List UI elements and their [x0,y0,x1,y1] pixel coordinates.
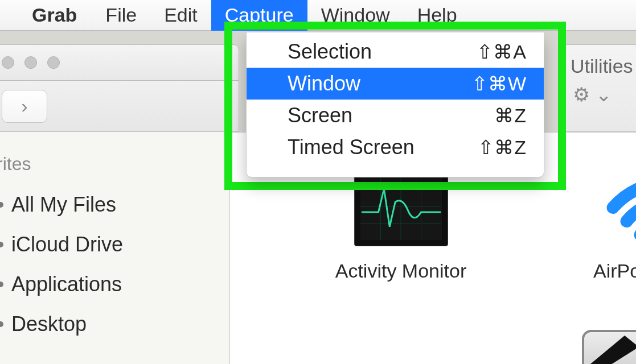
sidebar-item-icloud-drive[interactable]: iCloud Drive [0,225,229,264]
finder-window-title: Utilities [563,45,636,83]
menu-item-timed-screen[interactable]: Timed Screen ⇧⌘Z [247,131,544,163]
menu-item-selection[interactable]: Selection ⇧⌘A [247,36,544,68]
app-item-label: Activity Monitor [310,260,492,282]
chevron-down-icon[interactable]: ⌄ [596,83,612,106]
sidebar-bullet-icon [0,242,3,247]
menu-item-shortcut: ⌘Z [494,104,527,127]
sidebar-item-label: iCloud Drive [11,233,123,257]
menubar-app-name[interactable]: Grab [20,0,92,31]
sidebar-bullet-icon [0,282,3,287]
sidebar-item-label: Applications [11,272,122,296]
menu-item-label: Window [288,72,360,96]
menubar-item-edit[interactable]: Edit [150,0,211,31]
sidebar-bullet-icon [0,202,3,208]
traffic-light-close[interactable] [2,56,14,69]
finder-sidebar: rites All My Files iCloud Drive Applicat… [0,132,230,364]
traffic-light-minimize[interactable] [24,56,37,69]
sidebar-item-applications[interactable]: Applications [0,264,229,304]
menu-item-shortcut: ⇧⌘Z [478,136,527,159]
capture-menu-dropdown: Selection ⇧⌘A Window ⇧⌘W Screen ⌘Z Timed… [246,32,544,177]
sidebar-item-desktop[interactable]: Desktop [0,304,229,344]
menu-item-label: Selection [288,40,372,64]
finder-toolbar: › [0,81,239,132]
finder-titlebar [0,44,239,81]
sidebar-bullet-icon [0,321,3,327]
highlight-annotation: Selection ⇧⌘A Window ⇧⌘W Screen ⌘Z Timed… [224,22,566,190]
menu-item-window[interactable]: Window ⇧⌘W [247,68,544,100]
sidebar-heading-favorites: rites [0,154,229,185]
airport-utility-icon [576,167,637,246]
chevron-right-icon: › [21,95,27,117]
menu-item-shortcut: ⇧⌘W [471,72,527,95]
menu-item-screen[interactable]: Screen ⌘Z [247,100,544,131]
app-item-label: AirPort [549,260,636,282]
menubar-item-file[interactable]: File [92,0,150,31]
traffic-light-zoom[interactable] [47,56,60,69]
sidebar-item-label: All My Files [11,193,116,217]
finder-titlebar-right: Utilities ⚙ ⌄ [562,44,636,132]
menu-item-label: Screen [288,104,352,127]
sidebar-item-all-my-files[interactable]: All My Files [0,185,229,225]
gear-icon[interactable]: ⚙ [573,83,590,106]
nav-forward-button[interactable]: › [2,90,47,123]
menu-item-shortcut: ⇧⌘A [477,40,527,63]
menu-item-label: Timed Screen [288,135,415,159]
pen-icon [585,330,636,364]
sidebar-item-label: Desktop [11,312,87,336]
